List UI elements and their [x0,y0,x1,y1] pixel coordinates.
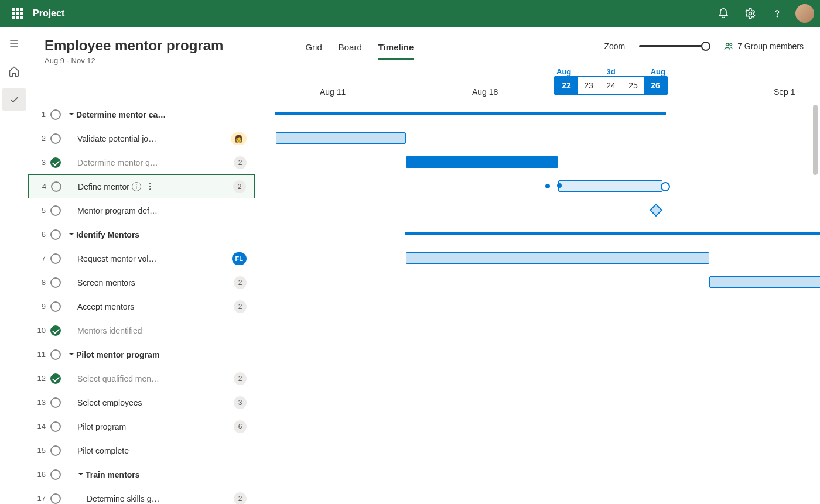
task-row[interactable]: 6Identify Mentors [28,222,255,246]
status-circle[interactable] [50,109,61,120]
count-badge: 2 [234,372,247,385]
row-number: 10 [34,326,46,335]
more-icon[interactable] [146,183,155,190]
collapse-caret-icon[interactable] [68,109,76,120]
status-circle[interactable] [50,421,61,432]
task-row[interactable]: 11Pilot mentor program [28,342,255,366]
collapse-caret-icon[interactable] [68,229,76,240]
collapse-caret-icon[interactable] [77,469,86,480]
group-members-button[interactable]: 7 Group members [723,41,804,52]
status-circle[interactable] [50,301,61,312]
status-circle[interactable] [50,349,61,360]
task-row[interactable]: 2Validate potential jo…👩 [28,126,255,150]
date-range-picker[interactable]: Aug 3d Aug 2223242526 [554,67,668,95]
minical-day[interactable]: 25 [622,77,644,94]
status-circle[interactable] [50,253,61,264]
tab-board[interactable]: Board [339,42,362,58]
status-circle[interactable] [50,157,61,168]
task-row[interactable]: 4Define mentori2 [28,174,255,198]
status-circle[interactable] [50,133,61,144]
info-icon[interactable]: i [132,182,141,191]
timeline-tick: Aug 11 [320,87,346,97]
timeline-tick: Aug 18 [472,87,498,97]
status-circle[interactable] [50,469,61,480]
minical-day[interactable]: 22 [555,77,578,94]
assignee-avatar[interactable]: 👩 [231,132,247,145]
task-row[interactable]: 5Mentor program def… [28,198,255,222]
gantt-row [255,318,820,342]
gantt-row [255,222,820,246]
task-name: Determine skills g… [87,494,159,503]
row-number: 2 [34,134,46,143]
dependency-handle[interactable] [545,184,550,188]
gantt-bar[interactable] [276,132,406,144]
task-row[interactable]: 1Determine mentor ca… [28,102,255,126]
status-circle[interactable] [50,445,61,456]
svg-rect-3 [12,12,15,15]
collapse-caret-icon[interactable] [68,349,76,360]
gantt-bar[interactable] [709,276,820,288]
gantt-bar[interactable] [406,252,709,264]
row-number: 4 [35,182,46,191]
status-circle[interactable] [50,325,61,336]
assignee-avatar[interactable]: FL [232,252,247,265]
user-avatar[interactable] [795,4,814,23]
view-tabs: Grid Board Timeline [305,37,414,60]
status-circle[interactable] [50,493,61,504]
minical-day[interactable]: 24 [600,77,622,94]
settings-icon[interactable] [737,0,764,27]
minical-day[interactable]: 26 [644,77,667,94]
home-icon[interactable] [2,60,26,83]
project-date-range: Aug 9 - Nov 12 [45,56,223,65]
gantt-bar[interactable] [558,180,662,192]
tab-timeline[interactable]: Timeline [378,42,414,60]
gantt-body[interactable] [255,102,820,504]
row-number: 3 [34,158,46,167]
menu-icon[interactable] [2,32,26,55]
task-row[interactable]: 10Mentors identified [28,318,255,342]
task-row[interactable]: 15Pilot complete [28,438,255,462]
task-row[interactable]: 14Pilot program6 [28,414,255,438]
left-rail [0,27,28,504]
task-row[interactable]: 3Determine mentor q…2 [28,150,255,174]
task-row[interactable]: 13Select employees3 [28,390,255,414]
status-circle[interactable] [50,373,61,384]
task-row[interactable]: 8Screen mentors2 [28,270,255,294]
status-circle[interactable] [50,277,61,288]
gantt-header: Aug 11 Aug 18 Sep 1 Aug 3d Aug 222324252… [255,65,820,102]
gantt-row [255,126,820,150]
status-circle[interactable] [50,205,61,216]
svg-rect-5 [20,12,23,15]
gantt-bar[interactable] [406,232,820,235]
status-circle[interactable] [50,229,61,240]
gantt-bar[interactable] [276,112,665,115]
scrollbar-thumb[interactable] [813,105,818,175]
row-number: 14 [34,422,46,431]
gantt-bar[interactable] [406,156,558,168]
gantt-row [255,366,820,390]
tab-grid[interactable]: Grid [305,42,322,58]
zoom-slider[interactable] [639,45,709,47]
zoom-thumb[interactable] [701,42,710,51]
app-launcher-icon[interactable] [6,8,29,19]
minical-day[interactable]: 23 [578,77,600,94]
gantt-row [255,486,820,504]
status-circle[interactable] [51,181,62,192]
gantt-row [255,270,820,294]
gantt-milestone[interactable] [650,204,663,217]
gantt-row [255,198,820,222]
check-icon[interactable] [2,88,26,111]
row-number: 15 [34,446,46,455]
task-row[interactable]: 16Train mentors [28,462,255,486]
row-number: 12 [34,374,46,383]
task-row[interactable]: 7Request mentor vol…FL [28,246,255,270]
task-row[interactable]: 9Accept mentors2 [28,294,255,318]
task-row[interactable]: 17Determine skills g…2 [28,486,255,504]
task-name: Validate potential jo… [77,134,156,143]
group-members-label: 7 Group members [737,42,804,51]
notifications-icon[interactable] [710,0,737,27]
scrollbar[interactable] [813,102,819,504]
task-row[interactable]: 12Select qualified men…2 [28,366,255,390]
status-circle[interactable] [50,397,61,408]
help-icon[interactable] [764,0,791,27]
